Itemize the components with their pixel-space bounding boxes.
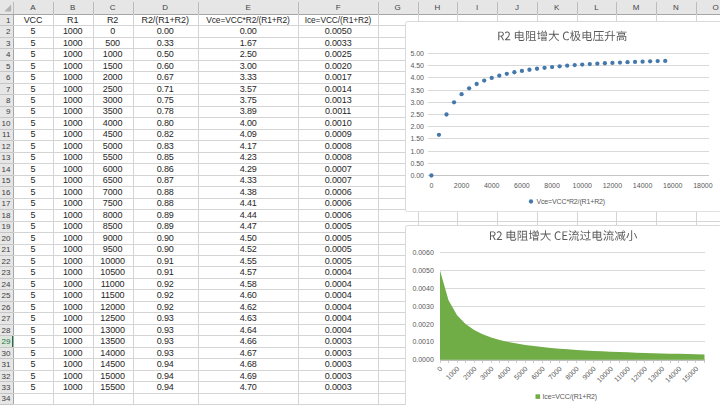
svg-text:0.0020: 0.0020 [412,321,434,328]
svg-text:8000: 8000 [544,182,560,189]
svg-text:1.00: 1.00 [410,148,424,155]
svg-text:18000: 18000 [693,182,713,189]
svg-text:0.00: 0.00 [410,172,424,179]
svg-text:14000: 14000 [633,182,653,189]
svg-text:Ice=VCC/(R1+R2): Ice=VCC/(R1+R2) [543,393,598,401]
svg-text:Vce=VCC*R2/(R1+R2): Vce=VCC*R2/(R1+R2) [537,198,606,206]
svg-text:0.50: 0.50 [410,160,424,167]
svg-text:2.50: 2.50 [410,111,424,118]
svg-text:16000: 16000 [663,182,683,189]
svg-text:6000: 6000 [514,182,530,189]
svg-text:4.00: 4.00 [410,74,424,81]
svg-text:4000: 4000 [484,182,500,189]
svg-text:0: 0 [429,182,433,189]
svg-text:4.50: 4.50 [410,62,424,69]
svg-text:0.0030: 0.0030 [412,303,434,310]
svg-text:1.50: 1.50 [410,135,424,142]
svg-text:0.0000: 0.0000 [412,356,434,363]
svg-text:0.0010: 0.0010 [412,338,434,345]
svg-text:2000: 2000 [454,182,470,189]
svg-text:0.0040: 0.0040 [412,285,434,292]
svg-text:0.0050: 0.0050 [412,267,434,274]
svg-text:3.00: 3.00 [410,99,424,106]
svg-text:0.0060: 0.0060 [412,249,434,256]
svg-text:3.50: 3.50 [410,87,424,94]
svg-text:12000: 12000 [603,182,623,189]
svg-text:2.00: 2.00 [410,123,424,130]
svg-text:10000: 10000 [573,182,593,189]
svg-text:5.00: 5.00 [410,50,424,57]
